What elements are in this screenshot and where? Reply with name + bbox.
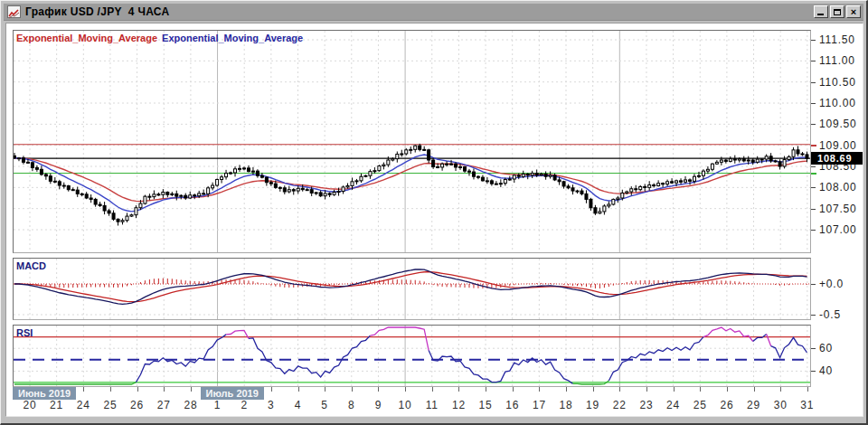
macd-axis-tick	[811, 315, 816, 316]
price-axis-tick	[811, 82, 816, 83]
date-axis-tick	[486, 387, 486, 392]
date-label: 9	[367, 399, 389, 411]
date-axis-tick	[513, 387, 514, 392]
macd-axis-tick	[811, 284, 816, 285]
date-label: 25	[99, 399, 121, 411]
rsi-axis-tick	[811, 348, 816, 349]
date-axis-tick	[754, 387, 755, 392]
date-axis-tick	[405, 387, 406, 392]
price-axis-tick	[811, 103, 816, 104]
date-label: 30	[769, 399, 791, 411]
date-label: 26	[127, 399, 148, 411]
date-label: 22	[609, 399, 630, 411]
date-label: 17	[528, 399, 550, 411]
rsi-tick-label: 60	[819, 342, 833, 354]
date-axis-tick	[164, 387, 165, 392]
date-label: 10	[394, 399, 416, 411]
date-label: 26	[716, 399, 738, 411]
date-axis-tick	[700, 387, 701, 392]
date-label: 24	[72, 399, 94, 411]
date-axis-tick	[110, 387, 111, 392]
date-axis-tick	[807, 387, 808, 392]
date-axis-tick	[271, 387, 272, 392]
date-label: 18	[555, 399, 577, 411]
price-tick-label: 109.00	[819, 139, 857, 152]
price-axis-tick	[811, 124, 816, 125]
date-label: 8	[341, 399, 363, 411]
macd-tick-label: +0.0	[819, 278, 844, 290]
date-axis-tick	[191, 387, 192, 392]
price-axis-tick	[811, 40, 816, 41]
ema-blue-label: Exponential_Moving_Average	[162, 33, 303, 43]
date-label: 1	[207, 399, 229, 411]
date-label: 25	[689, 399, 711, 411]
axis-labels-layer: 111.50111.00110.50110.00109.50109.00108.…	[1, 1, 866, 423]
macd-tick-label: -0.5	[819, 308, 841, 321]
price-axis-tick	[811, 230, 816, 231]
date-label: 3	[260, 399, 282, 411]
date-label: 29	[743, 399, 765, 411]
ema-red-label: Exponential_Moving_Average	[16, 33, 157, 43]
date-axis-tick	[646, 387, 647, 392]
date-axis-tick	[325, 387, 326, 392]
date-label: 15	[475, 399, 496, 411]
price-axis-tick	[811, 166, 816, 167]
price-tick-label: 107.00	[819, 223, 857, 236]
price-tick-label: 108.00	[819, 181, 857, 194]
date-axis-tick	[432, 387, 433, 392]
date-axis-tick	[619, 387, 620, 392]
current-price-badge: 108.69	[811, 152, 863, 165]
month-badge-june: Июнь 2019	[13, 387, 76, 400]
date-axis-tick	[566, 387, 567, 392]
support-axis-marker	[811, 173, 816, 175]
price-tick-label: 107.50	[819, 203, 857, 215]
date-label: 11	[421, 399, 443, 411]
date-axis-tick	[674, 387, 675, 392]
price-tick-label: 111.50	[819, 33, 855, 46]
date-axis-tick	[539, 387, 540, 392]
price-axis-tick	[811, 209, 816, 210]
date-label: 27	[153, 399, 175, 411]
price-tick-label: 110.50	[819, 76, 856, 89]
date-label: 19	[582, 399, 604, 411]
month-badge-july: Июль 2019	[201, 387, 264, 400]
date-label: 2	[233, 399, 255, 411]
rsi-axis-tick	[811, 371, 816, 372]
date-label: 31	[797, 399, 818, 411]
date-label: 24	[663, 399, 684, 411]
date-label: 23	[636, 399, 657, 411]
date-label: 4	[288, 399, 309, 411]
resistance-axis-marker	[811, 145, 816, 146]
price-tick-label: 111.00	[819, 54, 855, 67]
date-axis-tick	[458, 387, 459, 392]
date-axis-tick	[780, 387, 781, 392]
date-label: 16	[502, 399, 524, 411]
date-axis-tick	[298, 387, 299, 392]
price-axis-tick	[811, 61, 816, 61]
rsi-tick-label: 40	[819, 364, 833, 377]
date-label: 20	[19, 399, 41, 411]
chart-window: График USD /JPY 4 ЧАСА × Exponential_Mov…	[0, 0, 868, 425]
date-label: 12	[448, 399, 469, 411]
rsi-label: RSI	[16, 327, 33, 338]
date-axis-tick	[378, 387, 379, 392]
date-axis-tick	[727, 387, 728, 392]
date-label: 5	[314, 399, 335, 411]
date-axis-tick	[137, 387, 138, 392]
price-axis-tick	[811, 187, 816, 188]
date-axis-tick	[352, 387, 353, 392]
indicator-labels: Exponential_Moving_Average Exponential_M…	[16, 33, 303, 43]
date-axis-tick	[83, 387, 84, 392]
price-tick-label: 110.00	[819, 97, 856, 109]
price-tick-label: 109.50	[819, 118, 857, 130]
date-label: 28	[180, 399, 202, 411]
date-axis-tick	[593, 387, 594, 392]
macd-label: MACD	[16, 260, 46, 271]
date-label: 21	[46, 399, 68, 411]
